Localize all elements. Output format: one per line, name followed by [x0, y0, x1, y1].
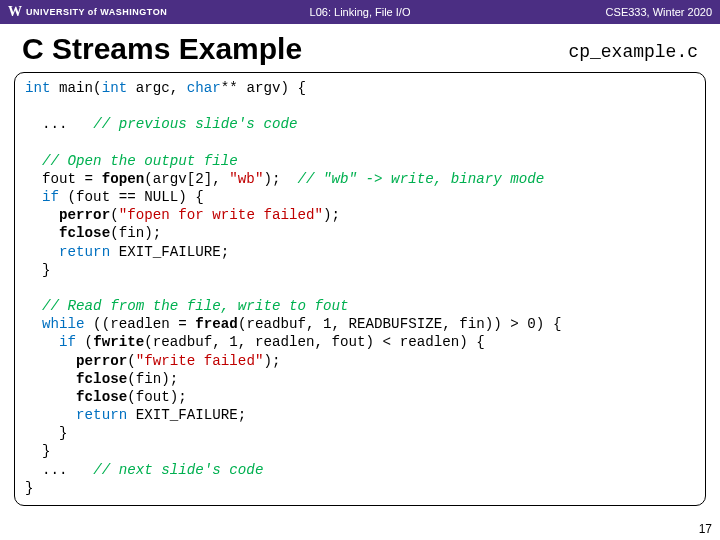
uw-glyph: W [8, 4, 22, 20]
fn-fclose3: fclose [76, 389, 127, 405]
code-box: int main(int argc, char** argv) { ... //… [14, 72, 706, 506]
fn-fclose2: fclose [76, 371, 127, 387]
fn-perror: perror [59, 207, 110, 223]
fn-fwrite: fwrite [93, 334, 144, 350]
comment-next: // next slide's code [93, 462, 263, 478]
kw-int2: int [102, 80, 128, 96]
kw-if2: if [59, 334, 76, 350]
university-logo: W UNIVERSITY of WASHINGTON [8, 4, 167, 20]
kw-if: if [42, 189, 59, 205]
slide-title: C Streams Example [22, 32, 568, 66]
str-wb: "wb" [229, 171, 263, 187]
comment-read: // Read from the file, write to fout [42, 298, 349, 314]
header-bar: W UNIVERSITY of WASHINGTON L06: Linking,… [0, 0, 720, 24]
kw-return2: return [76, 407, 127, 423]
title-row: C Streams Example cp_example.c [0, 24, 720, 70]
str-fwritefail: "fwrite failed" [136, 353, 264, 369]
fn-fopen: fopen [102, 171, 145, 187]
page-number: 17 [699, 522, 712, 536]
uw-text: UNIVERSITY of WASHINGTON [26, 7, 167, 17]
fn-perror2: perror [76, 353, 127, 369]
lecture-label: L06: Linking, File I/O [310, 6, 411, 18]
comment-open: // Open the output file [42, 153, 238, 169]
comment-prev: // previous slide's code [93, 116, 297, 132]
fn-fclose1: fclose [59, 225, 110, 241]
kw-char: char [187, 80, 221, 96]
source-filename: cp_example.c [568, 42, 698, 66]
kw-while: while [42, 316, 85, 332]
str-fopenfail: "fopen for write failed" [119, 207, 323, 223]
kw-return1: return [59, 244, 110, 260]
slide: W UNIVERSITY of WASHINGTON L06: Linking,… [0, 0, 720, 540]
course-label: CSE333, Winter 2020 [606, 6, 712, 18]
fn-fread: fread [195, 316, 238, 332]
comment-wb: // "wb" -> write, binary mode [297, 171, 544, 187]
kw-int: int [25, 80, 51, 96]
